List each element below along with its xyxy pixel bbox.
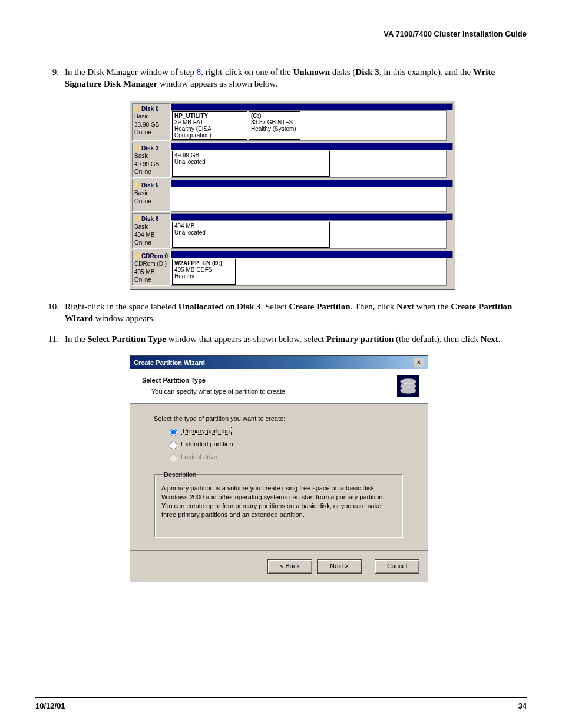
disk-header-bar [171, 251, 453, 258]
disk-info-pane: 📀Disk 3Basic49.99 GBOnline [132, 143, 171, 178]
page-header: VA 7100/7400 Cluster Installation Guide [35, 29, 527, 42]
footer-date: 10/12/01 [35, 701, 65, 710]
text-bold: Unknown [293, 67, 330, 77]
text-bold: Create Partition [289, 302, 350, 311]
text-bold: Disk 3 [355, 67, 379, 77]
disk-volumes-pane: 49.99 GBUnallocated [171, 143, 453, 178]
text: . Then, click [351, 302, 396, 311]
disk-row[interactable]: 📀CDRom 0CDRom (D:)405 MBOnlineW2AFPP_EN … [132, 251, 453, 286]
radio-input[interactable] [170, 429, 177, 436]
disk-header-bar [171, 213, 453, 220]
svg-point-2 [401, 388, 416, 394]
disk-row[interactable]: 📀Disk 5BasicOnline [132, 180, 453, 212]
step-number: 11. [45, 333, 59, 345]
text: on [224, 302, 237, 311]
disk-body [171, 187, 447, 212]
radio-extended-partition[interactable]: Extended partition [167, 440, 404, 449]
disk-header-bar [171, 143, 453, 150]
disk-volumes-pane: W2AFPP_EN (D:)405 MB CDFSHealthy [171, 251, 453, 286]
disk-info-pane: 📀CDRom 0CDRom (D:)405 MBOnline [132, 251, 171, 286]
disk-info-pane: 📀Disk 5BasicOnline [132, 180, 171, 212]
disk-row[interactable]: 📀Disk 6Basic494 MBOnline494 MBUnallocate… [132, 213, 453, 249]
disk-volumes-pane: HP_UTILITY39 MB FATHealthy (EISA Configu… [171, 103, 453, 141]
back-button[interactable]: < Back [267, 559, 312, 574]
cancel-button[interactable]: Cancel [375, 559, 419, 574]
page-footer: 10/12/01 34 [35, 697, 527, 710]
footer-page-number: 34 [518, 701, 527, 710]
dialog-body: Select the type of partition you want to… [130, 404, 428, 550]
dialog-title: Create Partition Wizard [134, 358, 205, 367]
disk-manager-screenshot: 📀Disk 0Basic33.90 GBOnlineHP_UTILITY39 M… [130, 101, 455, 290]
text: window that appears as shown below, sele… [166, 334, 326, 344]
disk-body: HP_UTILITY39 MB FATHealthy (EISA Configu… [171, 110, 447, 141]
text: (the default), then click [394, 334, 480, 344]
disk-body: W2AFPP_EN (D:)405 MB CDFSHealthy [171, 258, 447, 286]
disk-icon [397, 375, 419, 397]
description-text: A primary partition is a volume you crea… [161, 484, 396, 519]
header-title: Select Partition Type [142, 376, 287, 385]
volume-box[interactable]: W2AFPP_EN (D:)405 MB CDFSHealthy [172, 259, 236, 285]
text: In the Disk Manager window of step [65, 67, 197, 77]
disk-info-pane: 📀Disk 0Basic33.90 GBOnline [132, 103, 171, 141]
text-bold: Next [396, 302, 414, 311]
radio-input [170, 454, 177, 462]
disk-body: 494 MBUnallocated [171, 220, 447, 249]
close-button[interactable]: × [414, 358, 424, 367]
description-label: Description [161, 470, 199, 479]
create-partition-wizard-dialog: Create Partition Wizard × Select Partiti… [130, 355, 428, 582]
step-number: 10. [45, 301, 59, 312]
text: window appears. [93, 314, 155, 323]
volume-box[interactable]: 494 MBUnallocated [172, 222, 330, 248]
text: . [498, 334, 501, 344]
radio-input[interactable] [170, 442, 177, 449]
next-button[interactable]: Next > [317, 559, 362, 574]
step-11: 11. In the Select Partition Type window … [35, 333, 527, 582]
disk-header-bar [171, 180, 453, 187]
step-9: 9. In the Disk Manager window of step 8,… [35, 66, 527, 290]
dialog-titlebar[interactable]: Create Partition Wizard × [130, 356, 428, 369]
text: In the [65, 334, 87, 344]
text-bold: Unallocated [178, 302, 224, 311]
text-bold: Primary partition [326, 334, 394, 344]
disk-volumes-pane: 494 MBUnallocated [171, 213, 453, 249]
text-bold: Disk 3 [237, 302, 260, 311]
volume-box[interactable]: (C:)33.87 GB NTFSHealthy (System) [249, 111, 300, 140]
text: when the [414, 302, 451, 311]
volume-box[interactable]: 49.99 GBUnallocated [172, 151, 330, 177]
disk-volumes-pane [171, 180, 453, 212]
text: Right-click in the space labeled [65, 302, 178, 311]
volume-box[interactable]: HP_UTILITY39 MB FATHealthy (EISA Configu… [172, 111, 247, 140]
prompt-text: Select the type of partition you want to… [154, 414, 404, 423]
header-subtitle: You can specify what type of partition t… [151, 387, 287, 396]
dialog-header: Select Partition Type You can specify wh… [130, 369, 428, 404]
text: , in this example), and the [379, 67, 473, 77]
text: window appears as shown below. [157, 79, 277, 88]
step-number: 9. [45, 66, 59, 78]
description-group: Description A primary partition is a vol… [155, 470, 403, 537]
disk-body: 49.99 GBUnallocated [171, 150, 447, 178]
dialog-button-row: < Back Next > Cancel [130, 551, 428, 582]
step-10: 10. Right-click in the space labeled Una… [35, 301, 527, 325]
text-bold: Select Partition Type [87, 334, 166, 344]
radio-primary-partition[interactable]: Primary partition [167, 427, 404, 436]
text: , right-click on one of the [201, 67, 293, 77]
text: . Select [260, 302, 289, 311]
disk-row[interactable]: 📀Disk 0Basic33.90 GBOnlineHP_UTILITY39 M… [132, 103, 453, 141]
radio-logical-drive: Logical drive [167, 453, 404, 462]
disk-row[interactable]: 📀Disk 3Basic49.99 GBOnline49.99 GBUnallo… [132, 143, 453, 178]
disk-info-pane: 📀Disk 6Basic494 MBOnline [132, 213, 171, 249]
disk-header-bar [171, 103, 453, 110]
text-bold: Next [481, 334, 498, 344]
text: disks ( [330, 67, 355, 77]
